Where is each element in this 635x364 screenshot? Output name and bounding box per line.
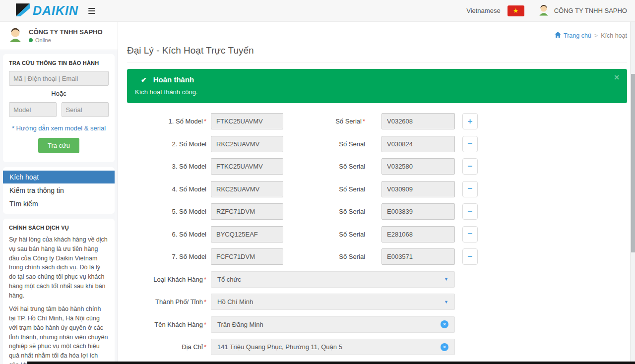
clear-field-icon[interactable]: ✕: [441, 343, 448, 351]
add-row-button[interactable]: +: [462, 113, 478, 129]
home-icon: [555, 32, 561, 39]
required-asterisk: *: [204, 298, 206, 305]
daikin-logo[interactable]: DAIKIN: [15, 3, 78, 19]
model-input[interactable]: [211, 113, 283, 129]
remove-row-button[interactable]: −: [462, 203, 478, 220]
serial-input[interactable]: [381, 181, 455, 197]
model-input[interactable]: [211, 136, 283, 152]
clear-field-icon[interactable]: ✕: [441, 320, 448, 328]
top-header: DAIKIN Vietnamese ★ CÔNG TY TNHH SAPHO: [0, 0, 635, 22]
model-label: 1. Số Model*: [127, 118, 206, 125]
serial-input[interactable]: [381, 203, 455, 220]
sidebar-menu-item[interactable]: Tìm kiếm: [3, 197, 115, 210]
sidebar-avatar: [7, 26, 24, 45]
scrollbar-thumb[interactable]: [631, 74, 635, 252]
model-input[interactable]: [211, 158, 283, 175]
model-label: 4. Số Model: [127, 185, 206, 193]
select-field[interactable]: Hồ Chí Minh ▼: [211, 294, 455, 310]
warranty-lookup-card: TRA CỨU THÔNG TIN BẢO HÀNH Hoặc * Hướng …: [3, 54, 115, 162]
device-row: 2. Số Model Số Serial −: [127, 136, 627, 152]
online-status-dot: [29, 38, 33, 42]
serial-input[interactable]: [381, 136, 455, 152]
text-field[interactable]: 141 Triệu Quang Phục, Phường 11, Quận 5 …: [211, 339, 455, 355]
success-alert: ✔ Hoàn thành Kích hoạt thành công. ✕: [127, 69, 627, 103]
vietnam-flag-icon[interactable]: ★: [508, 5, 524, 16]
account-name[interactable]: CÔNG TY TNHH SAPHO: [554, 7, 627, 14]
remove-row-button[interactable]: −: [462, 136, 478, 152]
alert-message: Kích hoạt thành công.: [135, 88, 619, 96]
serial-input[interactable]: [381, 158, 455, 175]
remove-row-button[interactable]: −: [462, 181, 478, 197]
required-asterisk: *: [363, 118, 365, 125]
text-field[interactable]: Trần Đăng Minh ✕: [211, 316, 455, 333]
serial-label: Số Serial: [283, 163, 365, 170]
main-content: Trang chủ > Kích hoạt Đại Lý - Kích Hoạt…: [118, 22, 635, 364]
model-input[interactable]: [211, 203, 283, 220]
select-field[interactable]: Tổ chức ▼: [211, 271, 455, 288]
language-label[interactable]: Vietnamese: [466, 7, 500, 14]
model-input[interactable]: [211, 181, 283, 197]
device-row: 1. Số Model* Số Serial* +: [127, 113, 627, 129]
required-asterisk: *: [204, 343, 206, 351]
serial-input[interactable]: [381, 248, 455, 265]
check-icon: ✔: [141, 76, 147, 84]
breadcrumb-current: Kích hoạt: [601, 32, 627, 39]
model-label: 3. Số Model: [127, 163, 206, 170]
device-row: 4. Số Model Số Serial −: [127, 181, 627, 197]
online-status-label: Online: [35, 37, 51, 43]
page-title: Đại Lý - Kích Hoạt Trực Tuyến: [127, 45, 627, 62]
screen-edge-bar: [27, 362, 635, 364]
lookup-serial-input[interactable]: [62, 102, 109, 117]
device-row: 5. Số Model Số Serial −: [127, 203, 627, 220]
customer-field-row: Thành Phố/ Tỉnh* Hồ Chí Minh ▼: [127, 294, 627, 310]
alert-close-icon[interactable]: ✕: [614, 73, 620, 81]
vertical-scrollbar[interactable]: [630, 22, 635, 364]
remove-row-button[interactable]: −: [462, 248, 478, 265]
serial-label: Số Serial*: [283, 118, 365, 125]
or-label: Hoặc: [9, 90, 109, 97]
lookup-submit-button[interactable]: Tra cứu: [38, 138, 79, 153]
sidebar-user-panel: CÔNG TY TNHH SAPHO Online: [0, 22, 118, 50]
breadcrumb: Trang chủ > Kích hoạt: [127, 22, 627, 39]
sidebar: CÔNG TY TNHH SAPHO Online TRA CỨU THÔNG …: [0, 22, 118, 364]
hamburger-menu-icon[interactable]: [87, 6, 96, 16]
serial-label: Số Serial: [283, 208, 365, 215]
serial-label: Số Serial: [283, 140, 365, 148]
device-row: 7. Số Model Số Serial −: [127, 248, 627, 265]
model-label: 7. Số Model: [127, 253, 206, 260]
field-label: Tên Khách Hàng*: [127, 321, 206, 328]
customer-field-row: Địa Chỉ* 141 Triệu Quang Phục, Phường 11…: [127, 339, 627, 355]
brand-name: DAIKIN: [33, 3, 78, 18]
breadcrumb-separator: >: [594, 32, 598, 39]
serial-label: Số Serial: [283, 253, 365, 260]
chevron-down-icon[interactable]: ▼: [444, 277, 448, 282]
sidebar-menu-item[interactable]: Kiểm tra thông tin: [3, 184, 115, 197]
account-avatar[interactable]: [537, 3, 550, 18]
remove-row-button[interactable]: −: [462, 226, 478, 243]
customer-field-row: Loại Khách Hàng* Tổ chức ▼: [127, 271, 627, 288]
serial-input[interactable]: [381, 113, 455, 129]
model-serial-guide-link[interactable]: * Hướng dẫn xem model & serial: [9, 124, 109, 132]
required-asterisk: *: [204, 276, 206, 283]
daikin-logo-mark-icon: [15, 3, 30, 19]
field-label: Loại Khách Hàng*: [127, 276, 206, 283]
alert-title: Hoàn thành: [153, 75, 194, 84]
policy-paragraph: Sự hài lòng của khách hàng về dịch vụ sa…: [9, 235, 109, 300]
serial-input[interactable]: [381, 226, 455, 243]
required-asterisk: *: [204, 118, 206, 125]
sidebar-menu-item[interactable]: Kích hoạt: [3, 171, 115, 183]
sidebar-menu: Kích hoạt Kiểm tra thông tin Tìm kiếm: [3, 167, 115, 214]
model-input[interactable]: [211, 226, 283, 243]
model-label: 6. Số Model: [127, 231, 206, 238]
field-label: Thành Phố/ Tỉnh*: [127, 298, 206, 305]
lookup-model-input[interactable]: [9, 102, 57, 117]
lookup-id-input[interactable]: [9, 71, 109, 86]
chevron-down-icon[interactable]: ▼: [444, 300, 448, 304]
model-label: 2. Số Model: [127, 140, 206, 148]
remove-row-button[interactable]: −: [462, 158, 478, 175]
breadcrumb-home-link[interactable]: Trang chủ: [555, 32, 591, 39]
model-label: 5. Số Model: [127, 208, 206, 215]
policy-card-title: CHÍNH SÁCH DỊCH VỤ: [9, 225, 109, 231]
required-asterisk: *: [204, 321, 206, 328]
model-input[interactable]: [211, 248, 283, 265]
